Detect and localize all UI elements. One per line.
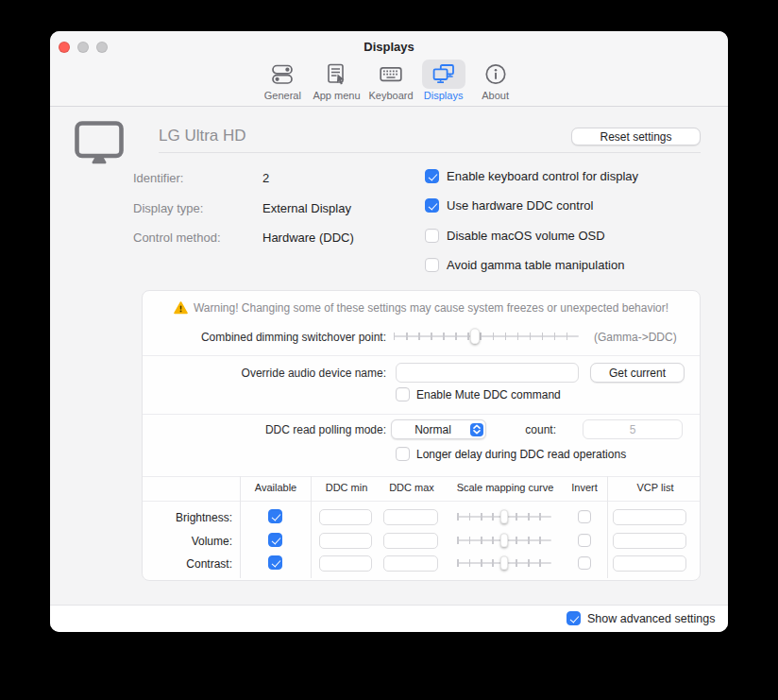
row-volume-label: Volume: bbox=[143, 535, 232, 548]
mute-ddc-label: Enable Mute DDC command bbox=[416, 388, 561, 401]
dimming-slider[interactable] bbox=[394, 328, 579, 345]
volume-available-checkbox[interactable] bbox=[268, 533, 282, 547]
divider bbox=[143, 355, 700, 356]
slider-thumb[interactable] bbox=[500, 510, 508, 524]
tab-displays-label: Displays bbox=[424, 90, 464, 101]
window-title: Displays bbox=[50, 40, 728, 54]
show-advanced-label: Show advanced settings bbox=[587, 612, 716, 625]
keyboard-icon bbox=[369, 60, 413, 89]
control-method-label: Control method: bbox=[133, 230, 256, 245]
preferences-window: Displays General bbox=[50, 31, 728, 632]
volume-invert-checkbox[interactable] bbox=[578, 534, 591, 547]
audio-name-input[interactable] bbox=[396, 363, 579, 383]
toggles-icon bbox=[261, 60, 304, 89]
tab-keyboard[interactable]: Keyboard bbox=[369, 60, 414, 101]
header-available: Available bbox=[241, 482, 311, 493]
brightness-vcp-input[interactable] bbox=[613, 509, 686, 525]
column-divider bbox=[607, 476, 608, 578]
avoid-gamma-checkbox[interactable] bbox=[425, 258, 439, 272]
dimming-suffix: (Gamma->DDC) bbox=[594, 331, 677, 344]
header-scale-curve: Scale mapping curve bbox=[447, 482, 564, 493]
option-row: Enable keyboard control for display bbox=[425, 169, 638, 183]
toolbar: General App menu bbox=[50, 60, 728, 101]
disable-osd-label: Disable macOS volume OSD bbox=[447, 229, 605, 243]
tab-general[interactable]: General bbox=[261, 60, 304, 101]
polling-mode-select[interactable]: Normal bbox=[391, 419, 486, 439]
divider bbox=[159, 152, 701, 153]
tab-general-label: General bbox=[264, 90, 301, 101]
brightness-ddc-min-input[interactable] bbox=[319, 509, 372, 525]
row-brightness-label: Brightness: bbox=[143, 511, 232, 524]
mute-ddc-checkbox[interactable] bbox=[396, 387, 410, 401]
contrast-curve-slider[interactable] bbox=[457, 555, 551, 571]
monitor-icon bbox=[75, 121, 124, 164]
slider-thumb[interactable] bbox=[500, 556, 508, 571]
contrast-ddc-max-input[interactable] bbox=[383, 555, 438, 572]
tab-keyboard-label: Keyboard bbox=[369, 90, 414, 101]
brightness-curve-slider[interactable] bbox=[457, 509, 551, 524]
header-invert: Invert bbox=[564, 482, 605, 493]
warning-text: Warning! Changing some of these settings… bbox=[194, 301, 668, 315]
polling-mode-label: DDC read polling mode: bbox=[143, 423, 386, 436]
contrast-vcp-input[interactable] bbox=[613, 555, 686, 572]
display-type-label: Display type: bbox=[133, 201, 256, 215]
contrast-invert-checkbox[interactable] bbox=[578, 556, 591, 570]
avoid-gamma-label: Avoid gamma table manipulation bbox=[447, 258, 624, 272]
hardware-ddc-checkbox[interactable] bbox=[425, 198, 439, 213]
header-ddc-min: DDC min bbox=[316, 482, 377, 493]
option-row: Avoid gamma table manipulation bbox=[425, 258, 624, 272]
audio-name-label: Override audio device name: bbox=[143, 367, 386, 380]
longer-delay-checkbox[interactable] bbox=[396, 447, 410, 461]
volume-ddc-max-input[interactable] bbox=[383, 533, 438, 549]
contrast-available-checkbox[interactable] bbox=[268, 555, 282, 570]
count-input[interactable] bbox=[583, 419, 683, 439]
tab-app-menu[interactable]: App menu bbox=[313, 60, 360, 101]
display-type-value: External Display bbox=[262, 201, 351, 215]
option-row: Use hardware DDC control bbox=[425, 198, 593, 213]
volume-curve-slider[interactable] bbox=[457, 533, 551, 548]
advanced-settings-panel: Warning! Changing some of these settings… bbox=[142, 290, 701, 581]
longer-delay-label: Longer delay during DDC read operations bbox=[416, 448, 626, 461]
volume-ddc-min-input[interactable] bbox=[319, 533, 372, 549]
slider-thumb[interactable] bbox=[500, 534, 508, 548]
hardware-ddc-label: Use hardware DDC control bbox=[447, 198, 593, 213]
mute-ddc-row: Enable Mute DDC command bbox=[396, 387, 561, 401]
reset-settings-button[interactable]: Reset settings bbox=[571, 128, 701, 145]
disable-osd-checkbox[interactable] bbox=[425, 229, 439, 243]
identifier-value: 2 bbox=[262, 171, 269, 185]
divider bbox=[143, 414, 700, 415]
tab-app-menu-label: App menu bbox=[313, 90, 360, 101]
longer-delay-row: Longer delay during DDC read operations bbox=[396, 447, 626, 461]
tab-about[interactable]: About bbox=[474, 60, 517, 101]
control-method-value: Hardware (DDC) bbox=[262, 230, 354, 245]
divider bbox=[143, 476, 700, 477]
warning-row: Warning! Changing some of these settings… bbox=[143, 301, 700, 315]
menu-cursor-icon bbox=[314, 60, 358, 89]
show-advanced-row: Show advanced settings bbox=[567, 611, 716, 625]
header-ddc-max: DDC max bbox=[381, 482, 442, 493]
slider-ticks bbox=[394, 333, 579, 340]
brightness-available-checkbox[interactable] bbox=[268, 509, 282, 523]
identifier-label: Identifier: bbox=[133, 171, 256, 185]
brightness-invert-checkbox[interactable] bbox=[578, 510, 591, 523]
header-vcp-list: VCP list bbox=[613, 482, 698, 493]
footer-bar: Show advanced settings bbox=[50, 605, 728, 632]
dimming-label: Combined dimming switchover point: bbox=[143, 331, 386, 344]
keyboard-control-label: Enable keyboard control for display bbox=[447, 169, 638, 183]
volume-vcp-input[interactable] bbox=[613, 533, 686, 549]
tab-displays[interactable]: Displays bbox=[422, 60, 465, 101]
count-label: count: bbox=[473, 423, 556, 436]
title-bar: Displays General bbox=[50, 31, 728, 107]
divider bbox=[143, 501, 700, 502]
brightness-ddc-max-input[interactable] bbox=[383, 509, 438, 525]
tab-about-label: About bbox=[482, 90, 509, 101]
row-contrast-label: Contrast: bbox=[143, 557, 232, 571]
option-row: Disable macOS volume OSD bbox=[425, 229, 605, 243]
show-advanced-checkbox[interactable] bbox=[567, 611, 581, 625]
info-icon bbox=[474, 60, 517, 89]
displays-icon bbox=[422, 60, 465, 89]
contrast-ddc-min-input[interactable] bbox=[319, 555, 372, 572]
keyboard-control-checkbox[interactable] bbox=[425, 169, 439, 183]
get-current-button[interactable]: Get current bbox=[590, 363, 685, 383]
slider-thumb[interactable] bbox=[470, 329, 480, 345]
